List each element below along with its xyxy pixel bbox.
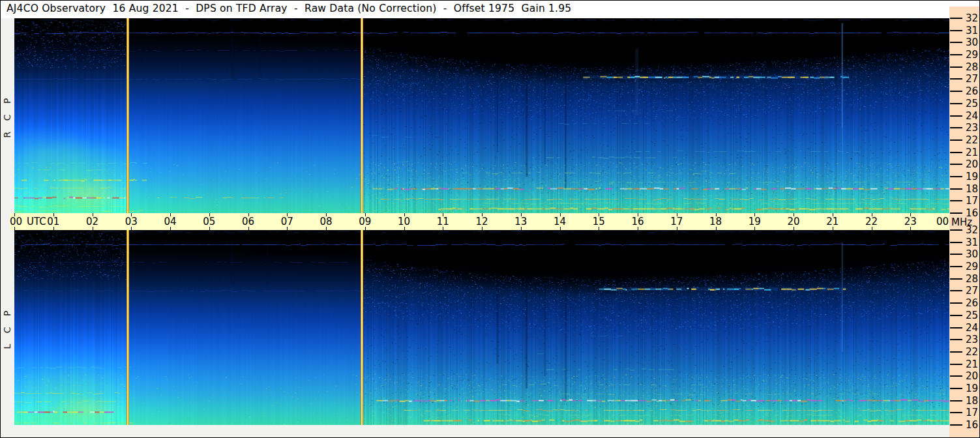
freq-tick-label: 21 (966, 359, 978, 370)
time-tick-label: 10 (393, 216, 416, 227)
freq-tick-dash (950, 139, 962, 141)
freq-tick-dash (950, 66, 962, 68)
freq-tick-label: 29 (966, 50, 978, 60)
time-tick-label: 02 (81, 216, 104, 227)
freq-tick-dash (950, 78, 962, 80)
freq-tick-label: 23 (966, 334, 978, 345)
time-tick-label: 16 (626, 216, 649, 227)
freq-tick-label: 29 (966, 261, 978, 272)
freq-tick-label: 24 (966, 323, 978, 333)
freq-tick-dash (950, 424, 962, 426)
rcp-axis-label-box: R C P (1, 18, 14, 213)
lcp-spectrogram-canvas (14, 230, 949, 425)
freq-tick-dash (950, 188, 962, 190)
freq-tick-dash (950, 242, 962, 243)
time-tick-label: 01 (42, 216, 65, 227)
freq-tick-dash (950, 152, 962, 153)
time-tick-label: 08 (314, 216, 338, 227)
freq-tick-label: 19 (966, 171, 978, 182)
freq-tick-label: 22 (966, 347, 978, 357)
freq-tick-label: 28 (966, 62, 978, 72)
freq-tick-dash (950, 412, 962, 413)
freq-tick-label: 24 (966, 111, 978, 121)
freq-tick-label: 32 (966, 225, 978, 235)
freq-tick-label: 20 (966, 159, 978, 169)
page-title: AJ4CO Observatory 16 Aug 2021 - DPS on T… (7, 3, 571, 14)
freq-tick-dash (950, 200, 962, 201)
time-tick-label: 21 (821, 216, 844, 227)
freq-tick-dash (950, 176, 962, 177)
time-tick-label: 05 (198, 216, 221, 227)
freq-tick-dash (950, 290, 962, 291)
spectrograph-window: AJ4CO Observatory 16 Aug 2021 - DPS on T… (0, 0, 980, 438)
title-bar: AJ4CO Observatory 16 Aug 2021 - DPS on T… (1, 1, 949, 18)
time-axis-band: UTC 000102030405060708091011121314151617… (10, 213, 949, 230)
time-tick-label: 00 (934, 216, 949, 227)
freq-tick-label: 31 (966, 25, 978, 36)
time-tick-label: 14 (548, 216, 572, 227)
freq-tick-dash (950, 54, 962, 55)
freq-tick-label: 16 (966, 208, 978, 218)
freq-tick-dash (950, 400, 962, 402)
freq-tick-dash (950, 339, 962, 340)
freq-tick-dash (950, 388, 962, 389)
freq-tick-dash (950, 164, 962, 165)
bottom-margin (1, 425, 949, 438)
time-tick-label: 11 (431, 216, 454, 227)
freq-tick-label: 27 (966, 74, 978, 84)
freq-tick-dash (950, 278, 962, 280)
time-tick-label: 04 (158, 216, 182, 227)
freq-tick-label: 17 (966, 196, 978, 206)
freq-tick-label: 17 (966, 407, 978, 418)
freq-tick-label: 21 (966, 147, 978, 158)
freq-tick-label: 18 (966, 184, 978, 194)
freq-tick-label: 26 (966, 298, 978, 308)
freq-tick-dash (950, 115, 962, 117)
freq-tick-label: 28 (966, 274, 978, 284)
freq-tick-label: 31 (966, 237, 978, 248)
freq-tick-dash (950, 229, 962, 231)
rcp-spectrogram-canvas (14, 18, 949, 213)
time-tick-label: 22 (860, 216, 883, 227)
freq-tick-dash (950, 103, 962, 104)
freq-tick-dash (950, 375, 962, 377)
freq-tick-label: 25 (966, 98, 978, 109)
freq-tick-dash (950, 212, 962, 214)
top-right-gap (949, 1, 980, 7)
freq-tick-dash (950, 351, 962, 353)
time-tick-label: 20 (782, 216, 805, 227)
freq-tick-label: 32 (966, 13, 978, 23)
freq-tick-label: 30 (966, 249, 978, 259)
freq-tick-label: 30 (966, 37, 978, 48)
freq-tick-label: 27 (966, 285, 978, 296)
rcp-polarization-label: R C P (3, 94, 13, 138)
freq-tick-dash (950, 254, 962, 255)
freq-tick-dash (950, 315, 962, 316)
freq-tick-label: 16 (966, 420, 978, 430)
freq-tick-label: 19 (966, 383, 978, 394)
freq-tick-dash (950, 327, 962, 328)
frequency-scale-sidebar: MHz 323130292827262524232221201918171632… (949, 7, 980, 438)
freq-tick-dash (950, 127, 962, 128)
freq-tick-label: 25 (966, 310, 978, 321)
time-tick-label: 12 (470, 216, 494, 227)
time-tick-label: 03 (119, 216, 143, 227)
time-tick-label: 18 (704, 216, 728, 227)
time-tick-label: 07 (275, 216, 299, 227)
freq-tick-dash (950, 266, 962, 267)
time-tick-label: 19 (743, 216, 766, 227)
time-tick-label: 15 (587, 216, 610, 227)
time-tick-label: 06 (237, 216, 260, 227)
freq-tick-dash (950, 42, 962, 43)
freq-tick-dash (950, 30, 962, 31)
freq-tick-label: 22 (966, 135, 978, 145)
freq-tick-dash (950, 302, 962, 304)
time-tick-label: 13 (509, 216, 533, 227)
lcp-axis-label-box: L C P (1, 230, 14, 425)
time-tick-label: 00 (10, 216, 22, 227)
lcp-polarization-label: L C P (3, 306, 13, 349)
freq-tick-dash (950, 18, 962, 19)
time-tick-label: 23 (898, 216, 922, 227)
time-tick-label: 17 (665, 216, 689, 227)
time-tick-label: 09 (353, 216, 377, 227)
